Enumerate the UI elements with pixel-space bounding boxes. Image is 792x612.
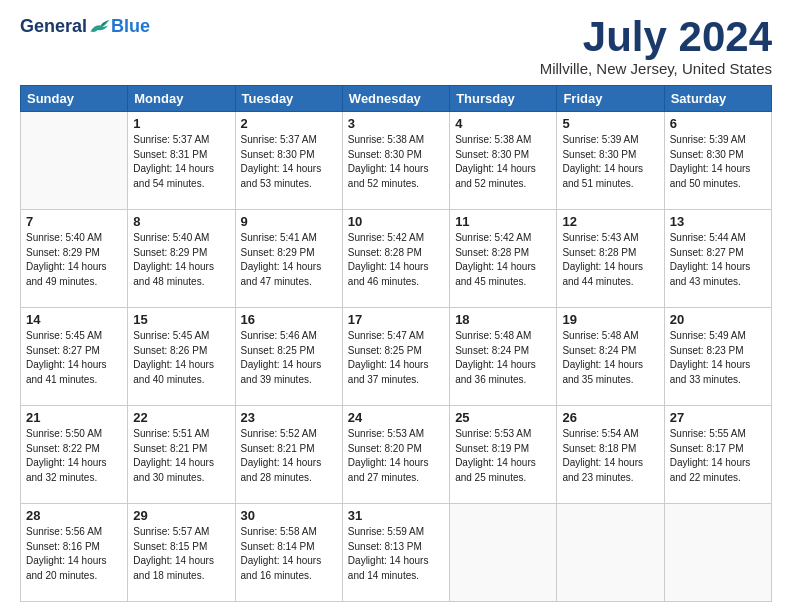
cell-info: Sunrise: 5:41 AMSunset: 8:29 PMDaylight:…	[241, 231, 337, 289]
calendar-cell: 21Sunrise: 5:50 AMSunset: 8:22 PMDayligh…	[21, 406, 128, 504]
day-number: 11	[455, 214, 551, 229]
calendar-cell: 12Sunrise: 5:43 AMSunset: 8:28 PMDayligh…	[557, 210, 664, 308]
day-number: 26	[562, 410, 658, 425]
cell-info: Sunrise: 5:56 AMSunset: 8:16 PMDaylight:…	[26, 525, 122, 583]
calendar-cell: 26Sunrise: 5:54 AMSunset: 8:18 PMDayligh…	[557, 406, 664, 504]
cell-info: Sunrise: 5:49 AMSunset: 8:23 PMDaylight:…	[670, 329, 766, 387]
day-number: 22	[133, 410, 229, 425]
day-number: 18	[455, 312, 551, 327]
cell-info: Sunrise: 5:58 AMSunset: 8:14 PMDaylight:…	[241, 525, 337, 583]
calendar-cell: 3Sunrise: 5:38 AMSunset: 8:30 PMDaylight…	[342, 112, 449, 210]
day-number: 31	[348, 508, 444, 523]
cell-info: Sunrise: 5:51 AMSunset: 8:21 PMDaylight:…	[133, 427, 229, 485]
cell-info: Sunrise: 5:39 AMSunset: 8:30 PMDaylight:…	[562, 133, 658, 191]
cell-info: Sunrise: 5:48 AMSunset: 8:24 PMDaylight:…	[562, 329, 658, 387]
cell-info: Sunrise: 5:45 AMSunset: 8:26 PMDaylight:…	[133, 329, 229, 387]
calendar-cell: 30Sunrise: 5:58 AMSunset: 8:14 PMDayligh…	[235, 504, 342, 602]
week-row-1: 7Sunrise: 5:40 AMSunset: 8:29 PMDaylight…	[21, 210, 772, 308]
calendar-cell: 31Sunrise: 5:59 AMSunset: 8:13 PMDayligh…	[342, 504, 449, 602]
day-number: 27	[670, 410, 766, 425]
header-saturday: Saturday	[664, 86, 771, 112]
cell-info: Sunrise: 5:59 AMSunset: 8:13 PMDaylight:…	[348, 525, 444, 583]
header-thursday: Thursday	[450, 86, 557, 112]
cell-info: Sunrise: 5:39 AMSunset: 8:30 PMDaylight:…	[670, 133, 766, 191]
calendar-cell: 19Sunrise: 5:48 AMSunset: 8:24 PMDayligh…	[557, 308, 664, 406]
header-friday: Friday	[557, 86, 664, 112]
day-number: 25	[455, 410, 551, 425]
day-number: 7	[26, 214, 122, 229]
cell-info: Sunrise: 5:42 AMSunset: 8:28 PMDaylight:…	[348, 231, 444, 289]
header: General Blue July 2024 Millville, New Je…	[20, 16, 772, 77]
cell-info: Sunrise: 5:53 AMSunset: 8:20 PMDaylight:…	[348, 427, 444, 485]
calendar-table: Sunday Monday Tuesday Wednesday Thursday…	[20, 85, 772, 602]
calendar-cell: 17Sunrise: 5:47 AMSunset: 8:25 PMDayligh…	[342, 308, 449, 406]
day-number: 13	[670, 214, 766, 229]
calendar-cell: 5Sunrise: 5:39 AMSunset: 8:30 PMDaylight…	[557, 112, 664, 210]
cell-info: Sunrise: 5:40 AMSunset: 8:29 PMDaylight:…	[133, 231, 229, 289]
cell-info: Sunrise: 5:46 AMSunset: 8:25 PMDaylight:…	[241, 329, 337, 387]
day-number: 15	[133, 312, 229, 327]
day-number: 5	[562, 116, 658, 131]
day-number: 28	[26, 508, 122, 523]
calendar-cell: 14Sunrise: 5:45 AMSunset: 8:27 PMDayligh…	[21, 308, 128, 406]
cell-info: Sunrise: 5:53 AMSunset: 8:19 PMDaylight:…	[455, 427, 551, 485]
cell-info: Sunrise: 5:57 AMSunset: 8:15 PMDaylight:…	[133, 525, 229, 583]
day-number: 6	[670, 116, 766, 131]
cell-info: Sunrise: 5:45 AMSunset: 8:27 PMDaylight:…	[26, 329, 122, 387]
day-number: 16	[241, 312, 337, 327]
calendar-cell: 15Sunrise: 5:45 AMSunset: 8:26 PMDayligh…	[128, 308, 235, 406]
logo-blue-text: Blue	[111, 16, 150, 37]
cell-info: Sunrise: 5:42 AMSunset: 8:28 PMDaylight:…	[455, 231, 551, 289]
cell-info: Sunrise: 5:54 AMSunset: 8:18 PMDaylight:…	[562, 427, 658, 485]
calendar-cell: 29Sunrise: 5:57 AMSunset: 8:15 PMDayligh…	[128, 504, 235, 602]
day-number: 9	[241, 214, 337, 229]
cell-info: Sunrise: 5:47 AMSunset: 8:25 PMDaylight:…	[348, 329, 444, 387]
day-number: 21	[26, 410, 122, 425]
calendar-cell: 2Sunrise: 5:37 AMSunset: 8:30 PMDaylight…	[235, 112, 342, 210]
cell-info: Sunrise: 5:37 AMSunset: 8:31 PMDaylight:…	[133, 133, 229, 191]
calendar-cell	[557, 504, 664, 602]
cell-info: Sunrise: 5:52 AMSunset: 8:21 PMDaylight:…	[241, 427, 337, 485]
calendar-cell: 20Sunrise: 5:49 AMSunset: 8:23 PMDayligh…	[664, 308, 771, 406]
day-number: 14	[26, 312, 122, 327]
calendar-cell	[21, 112, 128, 210]
cell-info: Sunrise: 5:55 AMSunset: 8:17 PMDaylight:…	[670, 427, 766, 485]
day-number: 23	[241, 410, 337, 425]
header-sunday: Sunday	[21, 86, 128, 112]
cell-info: Sunrise: 5:38 AMSunset: 8:30 PMDaylight:…	[348, 133, 444, 191]
cell-info: Sunrise: 5:37 AMSunset: 8:30 PMDaylight:…	[241, 133, 337, 191]
cell-info: Sunrise: 5:50 AMSunset: 8:22 PMDaylight:…	[26, 427, 122, 485]
week-row-3: 21Sunrise: 5:50 AMSunset: 8:22 PMDayligh…	[21, 406, 772, 504]
day-number: 2	[241, 116, 337, 131]
calendar-cell: 1Sunrise: 5:37 AMSunset: 8:31 PMDaylight…	[128, 112, 235, 210]
calendar-cell: 10Sunrise: 5:42 AMSunset: 8:28 PMDayligh…	[342, 210, 449, 308]
month-title: July 2024	[540, 16, 772, 58]
day-number: 3	[348, 116, 444, 131]
header-monday: Monday	[128, 86, 235, 112]
cell-info: Sunrise: 5:48 AMSunset: 8:24 PMDaylight:…	[455, 329, 551, 387]
cell-info: Sunrise: 5:43 AMSunset: 8:28 PMDaylight:…	[562, 231, 658, 289]
calendar-cell: 7Sunrise: 5:40 AMSunset: 8:29 PMDaylight…	[21, 210, 128, 308]
calendar-cell: 25Sunrise: 5:53 AMSunset: 8:19 PMDayligh…	[450, 406, 557, 504]
weekday-header-row: Sunday Monday Tuesday Wednesday Thursday…	[21, 86, 772, 112]
day-number: 1	[133, 116, 229, 131]
calendar-cell: 24Sunrise: 5:53 AMSunset: 8:20 PMDayligh…	[342, 406, 449, 504]
calendar-cell: 8Sunrise: 5:40 AMSunset: 8:29 PMDaylight…	[128, 210, 235, 308]
day-number: 19	[562, 312, 658, 327]
calendar-cell: 13Sunrise: 5:44 AMSunset: 8:27 PMDayligh…	[664, 210, 771, 308]
week-row-2: 14Sunrise: 5:45 AMSunset: 8:27 PMDayligh…	[21, 308, 772, 406]
day-number: 20	[670, 312, 766, 327]
day-number: 4	[455, 116, 551, 131]
calendar-cell: 22Sunrise: 5:51 AMSunset: 8:21 PMDayligh…	[128, 406, 235, 504]
header-tuesday: Tuesday	[235, 86, 342, 112]
week-row-4: 28Sunrise: 5:56 AMSunset: 8:16 PMDayligh…	[21, 504, 772, 602]
day-number: 8	[133, 214, 229, 229]
day-number: 17	[348, 312, 444, 327]
calendar-cell: 9Sunrise: 5:41 AMSunset: 8:29 PMDaylight…	[235, 210, 342, 308]
cell-info: Sunrise: 5:38 AMSunset: 8:30 PMDaylight:…	[455, 133, 551, 191]
week-row-0: 1Sunrise: 5:37 AMSunset: 8:31 PMDaylight…	[21, 112, 772, 210]
header-wednesday: Wednesday	[342, 86, 449, 112]
day-number: 10	[348, 214, 444, 229]
calendar-cell: 23Sunrise: 5:52 AMSunset: 8:21 PMDayligh…	[235, 406, 342, 504]
cell-info: Sunrise: 5:44 AMSunset: 8:27 PMDaylight:…	[670, 231, 766, 289]
